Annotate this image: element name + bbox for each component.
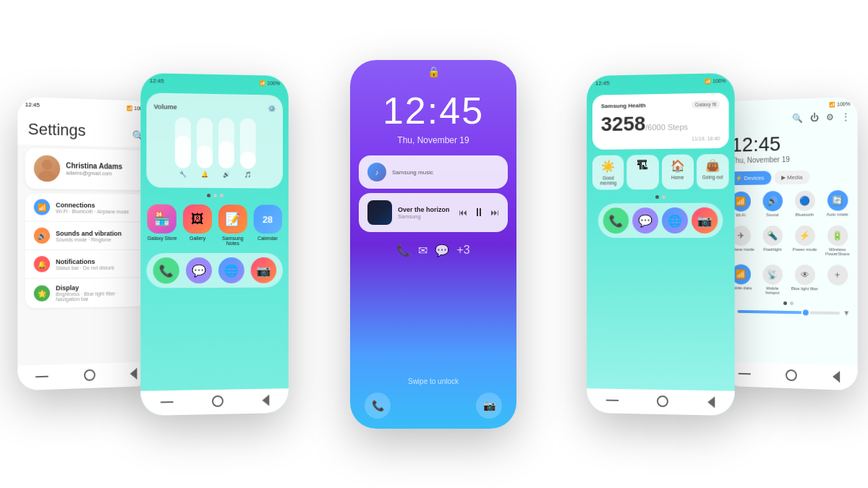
bluetooth-label: Bluetooth	[796, 213, 814, 217]
nav-home-icon-3[interactable]	[657, 395, 668, 407]
next-button[interactable]: ⏭	[490, 207, 499, 218]
lock-date: Thu, November 19	[350, 135, 516, 145]
volume-navbar	[140, 388, 289, 416]
app-gallery[interactable]: 🖼 Gallery	[182, 205, 213, 246]
nav-home-icon-4[interactable]	[786, 369, 797, 382]
previous-button[interactable]: ⏮	[459, 207, 467, 218]
dock-camera-icon[interactable]: 📷	[251, 257, 276, 283]
health-status-icons: 📶 100%	[705, 77, 726, 85]
powershare-label: Wireless PowerShare	[823, 247, 852, 256]
powershare-quick-icon: 🔋	[827, 226, 847, 246]
nav-back-icon[interactable]	[129, 368, 137, 380]
volume-status-icons: 📶 100%	[260, 80, 280, 86]
settings-item-sounds[interactable]: 🔊 Sounds and vibration Sounds mode · Rin…	[25, 222, 147, 251]
qi-bluetooth[interactable]: 🔵 Bluetooth	[789, 187, 820, 221]
lock-bottom-row: 📞 📷	[350, 393, 516, 419]
brightness-track[interactable]	[738, 309, 841, 314]
going-out-tile[interactable]: 👜 Going out	[697, 154, 729, 189]
dock-messages-icon[interactable]: 💬	[186, 257, 212, 283]
music-app-label: Samsung music	[392, 169, 433, 176]
flashlight-label: Flashlight	[763, 247, 781, 252]
nav-back-icon-2[interactable]	[263, 395, 270, 406]
powermode-quick-icon: ⚡	[794, 226, 814, 246]
settings-profile[interactable]: Christina Adams adams@gmail.com	[25, 147, 147, 190]
tab-devices[interactable]: ⚡ Devices	[728, 171, 771, 185]
svg-point-1	[38, 171, 56, 182]
qi-add[interactable]: +	[822, 261, 854, 299]
volume-sliders: 🔧 🔔 🔊	[154, 119, 276, 179]
autorotate-quick-icon: 🔄	[827, 190, 847, 211]
health-dot-1	[655, 195, 659, 199]
health-dock-camera[interactable]: 📷	[692, 207, 718, 234]
more-action-icon[interactable]: ⋮	[841, 111, 850, 122]
nav-recent-icon-4[interactable]	[739, 373, 751, 375]
message-icon: ✉	[418, 244, 427, 257]
brightness-expand-icon[interactable]: ▼	[843, 309, 850, 317]
home-tile[interactable]: 🏠 Home	[661, 154, 693, 189]
qi-powershare[interactable]: 🔋 Wireless PowerShare	[822, 222, 854, 260]
dock-area: 📞 💬 🌐 📷	[146, 253, 283, 288]
chat-icon: 💬	[435, 244, 449, 257]
nav-recent-icon-2[interactable]	[161, 401, 174, 403]
track-artist: Samsung	[398, 213, 450, 220]
qi-powermode[interactable]: ⚡ Power mode	[789, 222, 820, 260]
nav-recent-icon[interactable]	[35, 375, 48, 377]
app-notes[interactable]: 📝 Samsung Notes	[217, 205, 247, 246]
connections-icon: 📶	[34, 199, 50, 215]
health-card: Samsung Health Galaxy fit 3258 /6000 Ste…	[592, 93, 729, 150]
health-dock-phone[interactable]: 📞	[603, 207, 629, 234]
volume-settings-icon[interactable]: ⚙️	[268, 105, 276, 112]
steps-count: 3258	[601, 112, 646, 136]
home-tile-icon: 🏠	[671, 159, 685, 173]
nav-back-icon-4[interactable]	[833, 371, 840, 383]
phone-settings: 12:45 📶 100% Settings 🔍 Christina Adams …	[17, 97, 153, 391]
connections-sub: Wi-Fi · Bluetooth · Airplane mode	[56, 208, 129, 214]
notif-dots	[721, 301, 857, 307]
music-app-notification: ♪ Samsung music	[359, 155, 508, 189]
camera-shortcut-icon[interactable]: 📷	[476, 393, 502, 419]
settings-item-connections[interactable]: 📶 Connections Wi-Fi · Bluetooth · Airpla…	[25, 193, 147, 222]
power-action-icon[interactable]: ⏻	[810, 113, 819, 123]
health-dock-area: 📞 💬 🌐 📷	[592, 203, 729, 239]
notif-dot-1	[783, 301, 787, 305]
qi-sound[interactable]: 🔊 Sound	[757, 187, 788, 221]
qi-bluelightfilter[interactable]: 👁 Blue light filter	[789, 261, 820, 299]
health-dock-internet[interactable]: 🌐	[662, 207, 688, 234]
nav-home-icon-2[interactable]	[212, 395, 224, 407]
settings-item-display[interactable]: 🌟 Display Brightness · Blue light filter…	[25, 278, 147, 308]
lock-padlock-icon: 🔒	[427, 66, 440, 77]
phone-quicksettings: 📶 100% 🔍 ⏻ ⚙ ⋮ 12:45 Thu, November 19 ⚡ …	[721, 97, 857, 391]
phone-shortcut-icon[interactable]: 📞	[365, 393, 391, 419]
health-dock-msg[interactable]: 💬	[632, 207, 658, 234]
main-scene: 12:45 📶 100% Settings 🔍 Christina Adams …	[0, 0, 868, 488]
system-volume-icon: 🎵	[244, 171, 251, 178]
sounds-title: Sounds and vibration	[56, 229, 122, 236]
music-player-card: Over the horizon Samsung ⏮ ⏸ ⏭	[359, 193, 508, 232]
tab-media[interactable]: ▶ Media	[774, 170, 810, 184]
album-art	[367, 200, 392, 225]
qi-hotspot[interactable]: 📡 Mobile hotspot	[757, 261, 788, 299]
settings-action-icon[interactable]: ⚙	[826, 112, 834, 122]
transit-tile[interactable]: 🏗	[627, 155, 659, 189]
volume-label: Volume	[154, 103, 177, 111]
search-action-icon[interactable]: 🔍	[792, 113, 803, 123]
qi-flashlight[interactable]: 🔦 Flashlight	[757, 222, 788, 260]
dock-phone-icon[interactable]: 📞	[153, 257, 179, 283]
phone-lockscreen: 🔒 12:45 Thu, November 19 ♪ Samsung music…	[350, 60, 516, 429]
settings-item-notifications[interactable]: 🔔 Notifications Status bar · Do not dist…	[25, 250, 147, 279]
health-time: 12:45	[595, 80, 610, 86]
dock-internet-icon[interactable]: 🌐	[218, 257, 244, 283]
volume-panel-header: Volume ⚙️	[154, 103, 276, 113]
notif-volume-icon: 🔔	[201, 171, 208, 178]
home-tile-label: Home	[671, 175, 684, 180]
good-morning-tile[interactable]: ☀️ Good morning	[592, 155, 624, 190]
volume-statusbar: 12:45 📶 100%	[140, 73, 289, 90]
play-pause-button[interactable]: ⏸	[473, 206, 485, 219]
nav-back-icon-3[interactable]	[707, 396, 715, 408]
display-icon: 🌟	[34, 286, 50, 302]
nav-recent-icon-3[interactable]	[606, 399, 619, 401]
nav-home-icon[interactable]	[84, 369, 95, 381]
app-galaxy-store[interactable]: 🏪 Galaxy Store	[146, 205, 177, 246]
app-calendar[interactable]: 28 Calendar	[252, 205, 283, 246]
qi-autorotate[interactable]: 🔄 Auto rotate	[822, 187, 854, 221]
